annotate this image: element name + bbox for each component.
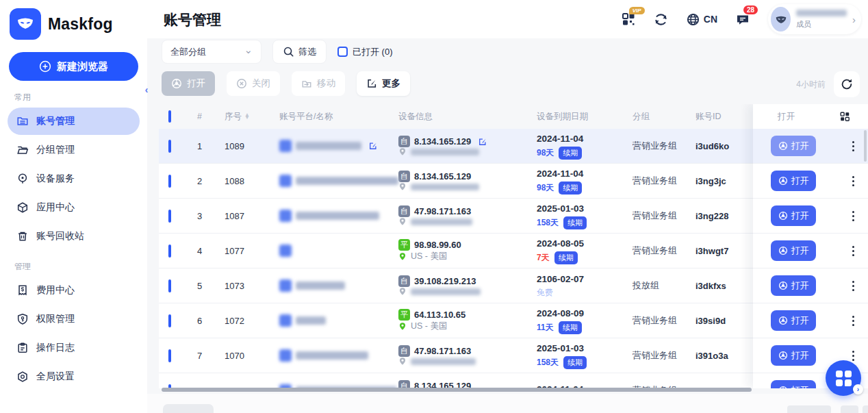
renew-badge[interactable]: 续期 — [554, 251, 578, 264]
group-select[interactable]: 全部分组 ⌄ — [162, 40, 261, 64]
select-all-checkbox[interactable] — [168, 110, 171, 123]
row-open-button[interactable]: 打开 — [771, 310, 816, 331]
row-open-button[interactable]: 打开 — [771, 171, 816, 191]
device-type-badge: 自 — [398, 275, 410, 287]
row-checkbox[interactable] — [168, 349, 171, 362]
sidebar-item-location[interactable]: 设备服务 — [8, 165, 140, 192]
pagination-right-partial[interactable] — [787, 405, 831, 413]
row-index: 6 — [197, 316, 225, 326]
sidebar-item-receipt[interactable]: 费用中心 — [8, 277, 140, 304]
row-group: 营销业务组 — [633, 245, 695, 257]
row-open-button[interactable]: 打开 — [771, 136, 816, 156]
bulk-move-button[interactable]: 移动 — [292, 71, 345, 96]
sidebar-item-shield-key[interactable]: 权限管理 — [8, 305, 140, 333]
messages-button[interactable]: 28 — [735, 12, 750, 27]
bottom-band — [147, 394, 868, 413]
bulk-open-button[interactable]: 打开 — [162, 71, 215, 96]
location-pin-icon — [398, 287, 407, 296]
row-open-label: 打开 — [791, 140, 809, 152]
sidebar-item-label: 操作日志 — [36, 342, 75, 354]
bulk-close-button[interactable]: 关闭 — [227, 71, 280, 96]
sidebar-item-open-folder[interactable]: 分组管理 — [8, 136, 140, 164]
renew-badge[interactable]: 续期 — [559, 182, 582, 195]
renew-badge[interactable]: 续期 — [559, 321, 582, 334]
expire-cell: 2024-08-05 7天 续期 — [537, 238, 633, 264]
row-open-button[interactable]: 打开 — [771, 275, 816, 296]
renew-badge[interactable]: 续期 — [563, 356, 587, 369]
row-menu-button[interactable] — [852, 246, 854, 256]
sidebar-item-trash[interactable]: 账号回收站 — [8, 223, 140, 250]
row-checkbox[interactable] — [168, 279, 171, 292]
sidebar-item-gear[interactable]: 全局设置 — [8, 363, 140, 390]
header-expire: 设备到期日期 — [537, 111, 633, 123]
pagination-right-partial-2[interactable] — [841, 405, 858, 413]
row-checkbox[interactable] — [168, 210, 171, 223]
device-ip: 39.108.219.213 — [414, 275, 476, 287]
sync-button[interactable] — [654, 12, 668, 27]
pagination-left-partial[interactable] — [163, 404, 214, 413]
row-index: 4 — [197, 246, 225, 256]
fixed-column-header: 打开 — [753, 104, 868, 129]
row-open-button[interactable]: 打开 — [771, 240, 816, 261]
row-menu-button[interactable] — [852, 176, 854, 186]
user-name-redacted — [796, 10, 847, 16]
row-open-button[interactable]: 打开 — [771, 345, 816, 366]
row-checkbox[interactable] — [168, 140, 171, 153]
row-menu-button[interactable] — [852, 351, 854, 361]
chevron-down-icon: ⌄ — [244, 44, 253, 56]
row-menu-button[interactable] — [852, 281, 854, 291]
page-title: 账号管理 — [164, 10, 221, 29]
fixed-column-body: 打开 打开 打开 打开 打开 打开 — [753, 129, 868, 388]
device-info-cell: 自 47.98.171.163 — [398, 205, 537, 226]
edit-device-icon[interactable] — [478, 137, 487, 147]
platform-name-redacted — [296, 177, 398, 185]
quick-grid-button[interactable]: VIP — [621, 12, 636, 27]
plus-circle-icon — [39, 60, 51, 73]
expire-cell: 2024-11-04 98天 续期 — [537, 133, 633, 160]
column-settings-icon[interactable] — [839, 111, 850, 122]
language-switcher[interactable]: CN — [686, 12, 717, 27]
message-count-badge: 28 — [743, 5, 758, 14]
sidebar-item-folder[interactable]: 账号管理 — [8, 108, 140, 135]
horizontal-scrollbar[interactable] — [162, 388, 752, 392]
sidebar-item-clipboard[interactable]: 操作日志 — [8, 334, 140, 362]
edit-name-icon[interactable] — [368, 141, 378, 151]
platform-name-cell — [279, 349, 398, 362]
collapse-chevron-icon: ‹ — [145, 84, 149, 95]
helper-float-button[interactable]: › — [826, 360, 861, 396]
vip-badge: VIP — [629, 7, 645, 14]
helper-expand-arrow[interactable]: › — [853, 384, 863, 395]
row-menu-button[interactable] — [852, 316, 854, 326]
row-checkbox[interactable] — [168, 245, 171, 258]
row-index: 5 — [197, 281, 225, 291]
user-profile-card[interactable]: 成员 › — [768, 4, 861, 34]
chevron-right-icon: › — [852, 14, 856, 25]
sidebar-collapse-handle[interactable]: ‹ — [142, 81, 151, 99]
renew-badge[interactable]: 续期 — [559, 147, 582, 160]
row-serial: 1088 — [225, 176, 279, 186]
filter-button[interactable]: 筛选 — [272, 40, 327, 64]
header-serial[interactable]: 序号 ▲▼ — [225, 111, 279, 123]
new-browser-button[interactable]: 新建浏览器 — [9, 52, 138, 81]
platform-name-redacted — [296, 316, 326, 325]
pagination-right-partial-3[interactable] — [863, 405, 868, 413]
vertical-scrollbar[interactable] — [864, 130, 867, 162]
sidebar: Maskfog 新建浏览器 ‹ 常用账号管理分组管理设备服务应用中心账号回收站管… — [0, 0, 147, 413]
days-remaining: 158天 — [537, 357, 559, 368]
refresh-icon — [654, 12, 668, 27]
row-menu-button[interactable] — [852, 211, 854, 221]
header-group: 分组 — [633, 111, 695, 123]
opened-filter-checkbox[interactable]: 已打开 (0) — [337, 46, 393, 58]
sort-icon[interactable]: ▲▼ — [244, 114, 250, 119]
row-open-button[interactable]: 打开 — [771, 205, 816, 226]
table-refresh-button[interactable] — [834, 71, 860, 97]
row-checkbox[interactable] — [168, 314, 171, 327]
renew-badge[interactable]: 续期 — [563, 216, 587, 229]
row-menu-button[interactable] — [852, 141, 854, 151]
more-actions-button[interactable]: 更多 — [357, 71, 410, 96]
sidebar-item-cube[interactable]: 应用中心 — [8, 194, 140, 221]
device-info-cell: 自 8.134.165.129 — [398, 136, 537, 156]
sidebar-item-label: 应用中心 — [36, 201, 75, 214]
row-checkbox[interactable] — [168, 175, 171, 188]
row-open-button[interactable]: 打开 — [771, 380, 816, 388]
